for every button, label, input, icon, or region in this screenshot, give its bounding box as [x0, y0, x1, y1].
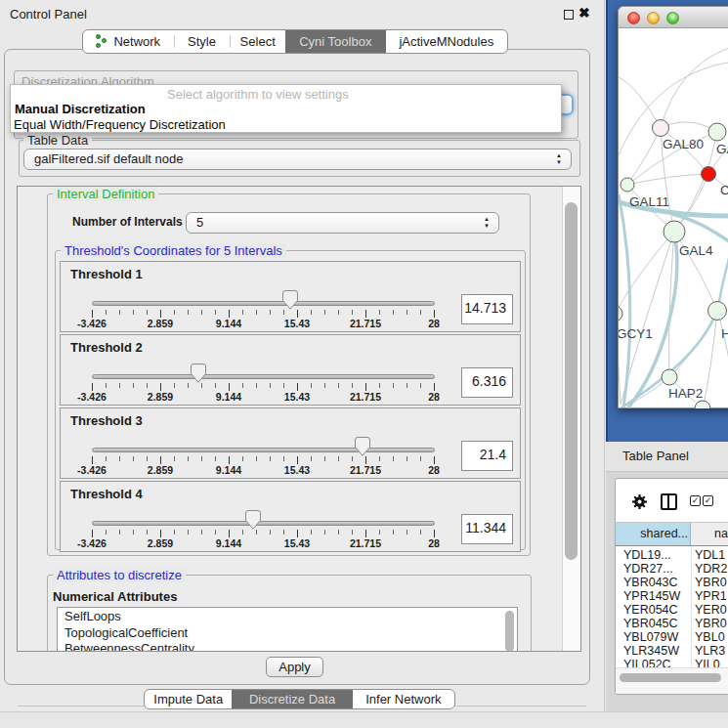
network-icon — [96, 34, 107, 50]
node-selected-red[interactable] — [702, 167, 716, 182]
columns-icon[interactable] — [661, 493, 677, 510]
close-traffic-light[interactable] — [627, 12, 640, 24]
gear-icon[interactable] — [631, 493, 648, 510]
list-item[interactable]: BetweennessCentrality — [64, 641, 517, 652]
node-label: GAL4 — [679, 243, 713, 258]
table-header: shared... name — [616, 522, 728, 546]
threshold-value-field[interactable]: 21.4 — [461, 441, 513, 471]
node-gal4[interactable] — [664, 221, 685, 242]
node-label: GAL11 — [629, 194, 669, 209]
node-hap2[interactable] — [662, 369, 677, 385]
tab-cyni-toolbox[interactable]: Cyni Toolbox — [285, 30, 386, 53]
dropdown-option-manual[interactable]: Manual Discretization — [15, 102, 146, 116]
node-gal11[interactable] — [621, 178, 634, 192]
network-window-titlebar — [619, 7, 728, 28]
list-item[interactable]: SelfLoops — [64, 609, 517, 624]
scrollbar-track[interactable] — [562, 187, 580, 651]
tab-label: Select — [240, 34, 276, 49]
table-row[interactable]: YDR27...YDR2 — [616, 562, 728, 576]
node-label: GAL80 — [663, 137, 704, 151]
tick-label: 9.144 — [199, 318, 258, 329]
bottom-tabbar: Impute Data Discretize Data Infer Networ… — [144, 689, 455, 709]
threshold-4-panel: Threshold 4 -3.426 2.859 9.144 15.43 21.… — [60, 481, 521, 552]
table-data-title: Table Data — [23, 133, 92, 148]
threshold-2-panel: Threshold 2 -3.426 2.859 9.144 15.43 21.… — [60, 334, 521, 406]
table-row[interactable]: YBR045CYBR0 — [616, 617, 728, 630]
checkbox-icon[interactable]: ✓ — [703, 495, 713, 506]
minimize-traffic-light[interactable] — [647, 12, 660, 24]
apply-button[interactable]: Apply — [266, 657, 323, 677]
float-icon[interactable] — [564, 10, 574, 20]
scrollbar-thumb[interactable] — [565, 202, 578, 560]
settings-scrollpane: Interval Definition Number of Intervals … — [17, 186, 581, 652]
threshold-value-field[interactable]: 14.713 — [461, 294, 513, 324]
table-row[interactable]: YLR345WYLR3 — [616, 644, 728, 658]
thresholds-group-title: Threshold's Coordinates for 5 Intervals — [61, 243, 286, 258]
attributes-list[interactable]: SelfLoops TopologicalCoefficient Between… — [57, 607, 518, 652]
slider-thumb[interactable] — [355, 437, 370, 456]
dropdown-option-equal-width[interactable]: Equal Width/Frequency Discretization — [14, 117, 226, 132]
slider-thumb[interactable] — [245, 510, 261, 530]
tab-style[interactable]: Style — [174, 30, 231, 53]
node-label: GA — [716, 142, 728, 156]
threshold-1-panel: Threshold 1 -3.426 2.859 9.144 15.43 21.… — [60, 261, 521, 332]
tick-label: 15.43 — [268, 318, 326, 329]
node[interactable] — [708, 302, 727, 321]
node-table: ✓ ✓ shared... name YDL19...YDL1 YDR27...… — [615, 478, 728, 695]
number-of-intervals-label: Number of Intervals — [72, 215, 183, 229]
slider-track[interactable] — [92, 301, 435, 306]
slider-track[interactable] — [92, 521, 435, 526]
node[interactable] — [708, 123, 726, 141]
table-row[interactable]: YDL19...YDL1 — [616, 548, 728, 562]
spinner-arrows-icon: ▲▼ — [483, 216, 491, 230]
threshold-label: Threshold 4 — [70, 487, 143, 501]
tab-label: Style — [188, 34, 216, 49]
numerical-attributes-label: Numerical Attributes — [53, 589, 177, 604]
tab-impute-data[interactable]: Impute Data — [145, 690, 232, 708]
list-scrollbar[interactable] — [505, 611, 514, 652]
dropdown-prompt: Select algorithm to view settings — [167, 87, 349, 102]
tab-label: Cyni Toolbox — [299, 34, 371, 49]
screen: Control Panel ✖ Network Style Select Cyn… — [0, 0, 728, 728]
node-label: H — [721, 326, 728, 341]
tab-select[interactable]: Select — [230, 30, 285, 53]
column-header-shared-name[interactable]: shared... — [616, 523, 691, 545]
tab-infer-network[interactable]: Infer Network — [353, 690, 454, 708]
slider-thumb[interactable] — [282, 290, 298, 310]
node-gal80[interactable] — [653, 120, 669, 137]
threshold-label: Threshold 1 — [70, 267, 143, 281]
node-label: GCY1 — [619, 326, 653, 341]
number-of-intervals-combobox[interactable]: 5 ▲▼ — [186, 212, 499, 234]
table-data-combobox[interactable]: galFiltered.sif default node ▲▼ — [23, 149, 572, 170]
threshold-value-field[interactable]: 6.316 — [461, 367, 513, 398]
horizontal-scrollbar[interactable] — [616, 667, 728, 694]
network-canvas[interactable]: GAL80 GA C GAL11 GAL4 GCY1 H HAP2 — [619, 28, 728, 408]
panel-title: Control Panel — [10, 7, 87, 21]
node[interactable] — [695, 401, 710, 408]
tab-network[interactable]: Network — [83, 30, 174, 53]
tab-jactivemnodules[interactable]: jActiveMNodules — [386, 30, 507, 53]
table-row[interactable]: YBL079WYBL0 — [616, 630, 728, 644]
table-panel-bar: Table Panel — [606, 442, 728, 472]
slider-thumb[interactable] — [191, 364, 206, 383]
table-row[interactable]: YER054CYER0 — [616, 603, 728, 617]
close-icon[interactable]: ✖ — [578, 5, 590, 21]
tick-label: 21.715 — [336, 318, 395, 329]
threshold-label: Threshold 2 — [70, 340, 143, 355]
threshold-value-field[interactable]: 11.344 — [461, 514, 513, 544]
node-label: C — [720, 183, 728, 197]
tab-label: jActiveMNodules — [399, 34, 493, 49]
table-row[interactable]: YBR043CYBR0 — [616, 576, 728, 589]
checkbox-icon[interactable]: ✓ — [690, 495, 701, 506]
algorithm-dropdown: Select algorithm to view settings Manual… — [10, 84, 562, 133]
interval-definition-title: Interval Definition — [53, 187, 158, 201]
node-gcy1[interactable] — [619, 306, 622, 321]
slider-track[interactable] — [92, 374, 435, 379]
column-header-name[interactable]: name — [691, 523, 728, 545]
slider-track[interactable] — [92, 448, 435, 452]
threshold-3-panel: Threshold 3 -3.426 2.859 9.144 15.43 21.… — [60, 407, 521, 479]
zoom-traffic-light[interactable] — [666, 12, 679, 24]
list-item[interactable]: TopologicalCoefficient — [64, 625, 517, 641]
tab-discretize-data[interactable]: Discretize Data — [232, 690, 352, 708]
table-row[interactable]: YPR145WYPR1 — [616, 589, 728, 603]
